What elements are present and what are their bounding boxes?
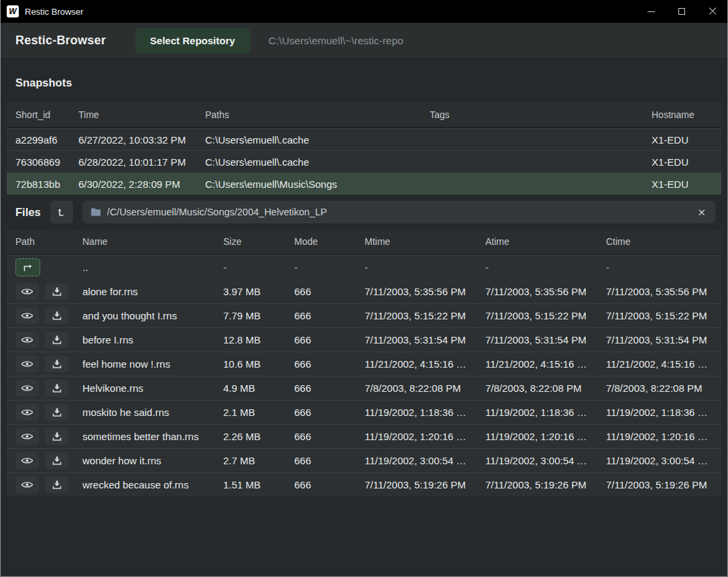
file-name: sometimes better than.rns	[74, 431, 215, 442]
repository-path: C:\Users\emuell\~\restic-repo	[269, 35, 404, 47]
up-directory-button[interactable]	[50, 201, 73, 223]
snapshot-time: 6/30/2022, 2:28:09 PM	[70, 178, 196, 190]
preview-file-button[interactable]	[15, 476, 39, 493]
preview-file-button[interactable]	[15, 428, 39, 445]
file-atime: 11/21/2002, 4:15:16 …	[477, 358, 597, 370]
file-size: 2.1 MB	[215, 407, 286, 418]
select-repository-button[interactable]: Select Repository	[135, 28, 250, 54]
file-mode: 666	[286, 334, 356, 346]
file-mode: 666	[286, 286, 356, 297]
titlebar[interactable]: W Restic Browser	[0, 0, 728, 23]
snapshot-row[interactable]: 76306869 6/28/2022, 10:01:17 PM C:\Users…	[7, 150, 721, 172]
snapshots-table-body: a2299af6 6/27/2022, 10:03:32 PM C:\Users…	[7, 128, 721, 195]
column-header-hostname: Hostname	[643, 109, 721, 120]
eye-icon	[21, 360, 34, 368]
file-row[interactable]: feel home now !.rns 10.6 MB 666 11/21/20…	[7, 352, 721, 376]
eye-icon	[21, 456, 34, 465]
file-mtime: -	[356, 262, 477, 273]
snapshot-short-id: a2299af6	[7, 134, 70, 146]
file-size: 3.97 MB	[215, 286, 286, 297]
file-mode: 666	[286, 358, 356, 370]
file-atime: 7/11/2003, 5:35:56 PM	[477, 286, 597, 297]
up-directory-icon	[56, 207, 67, 217]
file-row[interactable]: Helvikone.rns 4.9 MB 666 7/8/2003, 8:22:…	[7, 376, 721, 400]
file-atime: 7/11/2003, 5:15:22 PM	[477, 310, 597, 321]
download-file-button[interactable]	[45, 380, 68, 397]
eye-icon	[21, 408, 34, 417]
file-row[interactable]: and you thought I.rns 7.79 MB 666 7/11/2…	[7, 303, 721, 327]
file-size: 10.6 MB	[215, 358, 286, 370]
snapshot-paths: C:\Users\emuell\.cache	[196, 156, 421, 168]
preview-file-button[interactable]	[15, 404, 39, 421]
snapshot-hostname: X1-EDU	[643, 178, 721, 190]
download-file-button[interactable]	[45, 356, 68, 372]
file-mode: 666	[286, 479, 356, 490]
file-mode: 666	[286, 310, 356, 321]
file-atime: 7/11/2003, 5:19:26 PM	[477, 479, 597, 490]
file-size: 2.7 MB	[215, 455, 286, 466]
column-header-short-id: Short_id	[7, 109, 70, 120]
snapshot-time: 6/27/2022, 10:03:32 PM	[70, 134, 196, 146]
close-button[interactable]	[697, 0, 728, 23]
column-header-time: Time	[70, 109, 196, 120]
snapshot-time: 6/28/2022, 10:01:17 PM	[70, 156, 196, 168]
minimize-button[interactable]	[635, 0, 666, 23]
go-parent-button[interactable]	[15, 258, 40, 276]
eye-icon	[21, 311, 34, 320]
parent-directory-row[interactable]: .. - - - - -	[7, 255, 721, 279]
go-parent-icon	[22, 263, 34, 272]
preview-file-button[interactable]	[15, 452, 39, 469]
download-icon	[52, 407, 62, 417]
snapshot-short-id: 76306869	[7, 156, 70, 168]
file-size: 1.51 MB	[215, 479, 286, 490]
file-size: 12.8 MB	[215, 334, 286, 346]
path-bar[interactable]: /C/Users/emuell/Music/Songs/2004_Helveti…	[82, 201, 715, 223]
file-size: -	[215, 262, 286, 273]
clear-path-button[interactable]: ✕	[694, 206, 709, 219]
preview-file-button[interactable]	[15, 356, 39, 372]
snapshot-short-id: 72b813bb	[7, 178, 70, 190]
file-row[interactable]: alone for.rns 3.97 MB 666 7/11/2003, 5:3…	[7, 279, 721, 303]
snapshot-hostname: X1-EDU	[643, 156, 721, 168]
download-icon	[52, 286, 62, 297]
download-file-button[interactable]	[45, 476, 68, 493]
preview-file-button[interactable]	[15, 380, 39, 397]
file-name: alone for.rns	[74, 286, 215, 297]
file-atime: 7/11/2003, 5:31:54 PM	[477, 334, 597, 346]
snapshot-row[interactable]: a2299af6 6/27/2022, 10:03:32 PM C:\Users…	[7, 128, 721, 150]
file-mode: 666	[286, 407, 356, 418]
file-mtime: 11/21/2002, 4:15:16 …	[356, 358, 477, 370]
file-row[interactable]: before I.rns 12.8 MB 666 7/11/2003, 5:31…	[7, 327, 721, 352]
file-ctime: 11/19/2002, 1:18:36 …	[597, 407, 721, 418]
preview-file-button[interactable]	[15, 331, 39, 348]
snapshots-heading-label: Snapshots	[15, 76, 72, 89]
file-mode: -	[286, 262, 356, 273]
file-name: before I.rns	[74, 334, 215, 346]
file-mtime: 11/19/2002, 1:18:36 …	[356, 407, 477, 418]
file-mtime: 11/19/2002, 3:00:54 …	[356, 455, 477, 466]
snapshot-row[interactable]: 72b813bb 6/30/2022, 2:28:09 PM C:\Users\…	[7, 172, 721, 195]
download-icon	[52, 456, 62, 466]
eye-icon	[21, 384, 34, 392]
file-row[interactable]: wrecked because of.rns 1.51 MB 666 7/11/…	[7, 472, 721, 496]
download-file-button[interactable]	[45, 428, 68, 445]
preview-file-button[interactable]	[15, 283, 39, 300]
maximize-button[interactable]	[666, 0, 697, 23]
file-ctime: -	[597, 262, 721, 273]
download-file-button[interactable]	[45, 307, 68, 324]
snapshot-paths: C:\Users\emuell\.cache	[196, 134, 421, 146]
download-file-button[interactable]	[45, 331, 68, 348]
download-file-button[interactable]	[45, 404, 68, 421]
file-mode: 666	[286, 382, 356, 394]
column-header-tags: Tags	[421, 109, 643, 120]
file-ctime: 11/19/2002, 1:20:16 …	[597, 431, 721, 442]
download-file-button[interactable]	[45, 452, 68, 469]
snapshot-hostname: X1-EDU	[643, 134, 721, 146]
preview-file-button[interactable]	[15, 307, 39, 324]
file-row[interactable]: moskito he said.rns 2.1 MB 666 11/19/200…	[7, 400, 721, 424]
file-ctime: 7/8/2003, 8:22:08 PM	[597, 382, 721, 394]
file-row[interactable]: wonder how it.rns 2.7 MB 666 11/19/2002,…	[7, 448, 721, 472]
download-file-button[interactable]	[45, 283, 68, 300]
file-size: 2.26 MB	[215, 431, 286, 442]
file-row[interactable]: sometimes better than.rns 2.26 MB 666 11…	[7, 424, 721, 448]
